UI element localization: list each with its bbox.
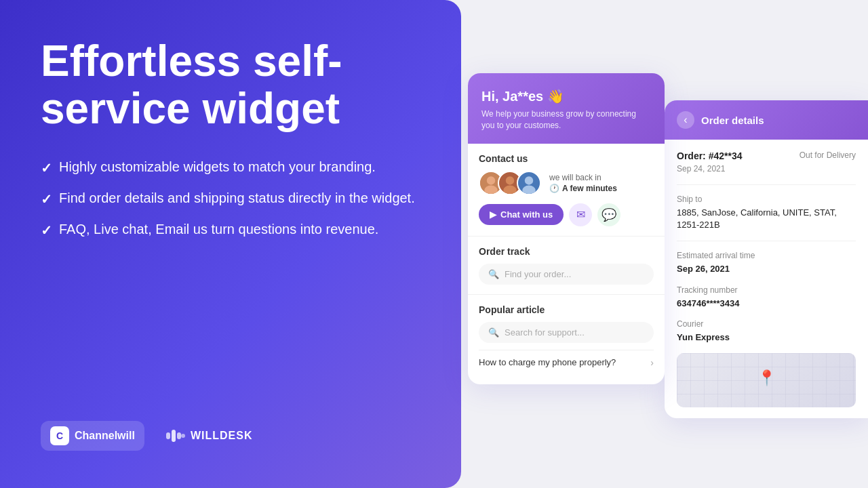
feature-item: ✓ FAQ, Live chat, Email us turn question… [41, 220, 420, 240]
avatar-3 [517, 171, 541, 195]
order-date: Sep 24, 2021 [677, 164, 856, 174]
whatsapp-icon: 💬 [601, 207, 616, 222]
right-area: Hi, Ja**es 👋 We help your business grow … [461, 0, 868, 488]
whatsapp-button[interactable]: 💬 [597, 203, 620, 226]
feature-item: ✓ Find order details and shipping status… [41, 188, 420, 209]
tracking-value: 634746****3434 [677, 298, 856, 310]
willdesk-logo: WILLDESK [166, 429, 253, 443]
feature-text-2: Find order details and shipping status d… [59, 188, 415, 207]
time-row: 🕐 A few minutes [549, 184, 617, 193]
map-grid: 📍 [677, 353, 856, 407]
feature-list: ✓ Highly customizable widgets to match y… [41, 157, 420, 240]
chat-widget: Hi, Ja**es 👋 We help your business grow … [468, 73, 665, 384]
chat-subtext: We help your business grow by connecting… [481, 108, 651, 131]
order-panel: ‹ Order details Order: #42**34 Out for D… [665, 100, 868, 418]
action-buttons: ▶ Chat with us ✉ 💬 [479, 203, 654, 226]
svg-rect-0 [166, 432, 170, 439]
checkmark-icon: ✓ [41, 221, 52, 240]
popular-search-box[interactable]: 🔍 Search for support... [479, 322, 654, 343]
eta-value: Sep 26, 2021 [677, 263, 856, 275]
headline: Effortless self-service widget [41, 37, 420, 133]
svg-point-12 [522, 185, 536, 195]
order-panel-body: Order: #42**34 Out for Delivery Sep 24, … [665, 140, 868, 418]
order-panel-header: ‹ Order details [665, 100, 868, 140]
chat-arrow-icon: ▶ [490, 209, 496, 220]
back-arrow-icon: ‹ [684, 114, 687, 126]
order-search-box[interactable]: 🔍 Find your order... [479, 264, 654, 285]
back-in-info: we will back in 🕐 A few minutes [549, 173, 617, 193]
order-panel-title: Order details [701, 115, 764, 126]
svg-rect-1 [172, 430, 176, 442]
map-preview: 📍 [677, 353, 856, 407]
chat-widget-header: Hi, Ja**es 👋 We help your business grow … [468, 73, 665, 144]
email-button[interactable]: ✉ [569, 203, 592, 226]
logos-row: C Channelwill WILLDESK [41, 421, 420, 451]
divider-2 [677, 241, 856, 241]
svg-rect-3 [181, 434, 185, 438]
order-number: Order: #42**34 [677, 150, 743, 161]
eta-label: Estimated arrival time [677, 251, 856, 260]
popular-title: Popular article [479, 304, 654, 315]
chevron-right-icon: › [650, 357, 654, 368]
chat-btn-label: Chat with us [500, 209, 553, 220]
channelwill-icon: C [50, 426, 69, 445]
feature-text-3: FAQ, Live chat, Email us turn questions … [59, 220, 378, 239]
svg-rect-2 [177, 432, 181, 439]
svg-point-8 [506, 176, 514, 184]
svg-point-11 [525, 176, 533, 184]
order-track-section: Order track 🔍 Find your order... [468, 237, 665, 295]
popular-search-placeholder: Search for support... [505, 327, 585, 338]
back-button[interactable]: ‹ [677, 111, 694, 129]
contact-title: Contact us [479, 153, 654, 164]
feature-text-1: Highly customizable widgets to match you… [59, 157, 376, 176]
ship-to-value: 1885, SanJose, California, UNITE, STAT, … [677, 207, 856, 231]
courier-value: Yun Express [677, 331, 856, 344]
order-status: Out for Delivery [800, 150, 856, 160]
channelwill-logo: C Channelwill [41, 421, 144, 451]
checkmark-icon: ✓ [41, 190, 52, 209]
search-icon: 🔍 [488, 269, 499, 279]
search-icon-2: 🔍 [488, 327, 499, 338]
ship-to-label: Ship to [677, 195, 856, 204]
popular-section: Popular article 🔍 Search for support... … [468, 295, 665, 384]
courier-label: Courier [677, 319, 856, 329]
chat-greeting: Hi, Ja**es 👋 [481, 88, 651, 104]
faq-item[interactable]: How to charge my phone properly? › [479, 350, 654, 375]
tracking-label: Tracking number [677, 285, 856, 295]
left-panel: Effortless self-service widget ✓ Highly … [0, 0, 461, 488]
map-pin-icon: 📍 [757, 369, 776, 387]
faq-text: How to charge my phone properly? [479, 357, 616, 367]
avatars [479, 171, 541, 195]
chat-with-us-button[interactable]: ▶ Chat with us [479, 204, 564, 225]
order-track-title: Order track [479, 246, 654, 257]
willdesk-icon [166, 429, 185, 443]
feature-item: ✓ Highly customizable widgets to match y… [41, 157, 420, 178]
order-info-row: Order: #42**34 Out for Delivery [677, 150, 856, 161]
divider [677, 184, 856, 185]
order-search-placeholder: Find your order... [505, 269, 571, 279]
svg-point-6 [484, 185, 498, 195]
checkmark-icon: ✓ [41, 159, 52, 178]
contact-section: Contact us [468, 144, 665, 237]
contact-info-row: we will back in 🕐 A few minutes [479, 171, 654, 195]
willdesk-label: WILLDESK [191, 430, 253, 442]
svg-point-5 [487, 176, 495, 184]
svg-point-9 [503, 185, 517, 195]
channelwill-label: Channelwill [75, 430, 135, 442]
chat-widget-body: Contact us [468, 144, 665, 384]
email-icon: ✉ [576, 208, 585, 221]
back-in-time: A few minutes [562, 184, 617, 193]
clock-icon: 🕐 [549, 184, 559, 193]
back-in-label: we will back in [549, 173, 617, 182]
